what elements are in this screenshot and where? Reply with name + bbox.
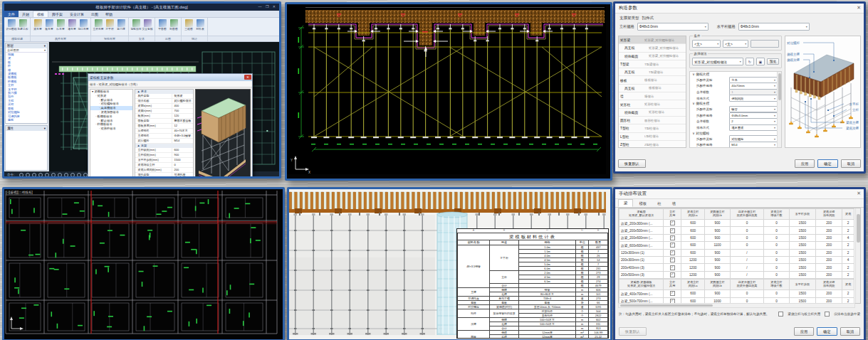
- snap-toggle-icon[interactable]: [45, 173, 49, 177]
- snap-toggle-icon[interactable]: [38, 173, 43, 177]
- ribbon-button[interactable]: 安全复核: [142, 18, 153, 35]
- condition-combo-2[interactable]: <无>▾: [723, 40, 748, 48]
- method-list-item[interactable]: Z型柱Z型柱做法: [619, 141, 686, 148]
- category-tab[interactable]: 楼板: [634, 201, 652, 207]
- table-row[interactable]: 边梁_200x600mm (...✓6009000015002004: [619, 234, 854, 241]
- panel-cad-plan[interactable]: [-][俯视][二维线框]: [2, 187, 285, 340]
- property-row[interactable]: 做法名称对拉螺栓做法: [135, 99, 193, 104]
- method-list-item[interactable]: 墙墙做法: [619, 92, 686, 100]
- property-row[interactable]: 主楞规格Φ48×3.0钢管: [135, 134, 193, 139]
- restore-defaults-button[interactable]: 恢复默认: [618, 159, 646, 168]
- ribbon-tab[interactable]: 出图: [88, 11, 102, 17]
- table-row[interactable]: 200x500mm (3)✓1200900/015002002: [619, 271, 854, 278]
- property-row[interactable]: 次楞规格40×70木方: [135, 129, 193, 134]
- ribbon-tab[interactable]: 开始: [19, 11, 33, 17]
- param-value-combo[interactable]: 强制间距▾: [729, 95, 778, 101]
- table-cell[interactable]: ✓: [664, 242, 681, 249]
- ribbon-button[interactable]: 洞口布置: [78, 18, 89, 35]
- cad-canvas[interactable]: 梁模板支架参数 ✕ 做法：矩形梁_对拉螺栓做法（当前） ▾ 梁模板做法· 矩形梁…: [49, 42, 279, 171]
- checkbox-checked[interactable]: ✓: [670, 243, 675, 248]
- param-value-combo[interactable]: M14▾: [729, 142, 778, 148]
- ribbon-button[interactable]: 梁布置: [32, 18, 43, 35]
- ribbon-button[interactable]: 平面图: [157, 18, 168, 35]
- ribbon-button[interactable]: 新建工程: [17, 18, 28, 35]
- method-combo[interactable]: 矩形梁_对拉螺栓做法▾: [692, 58, 743, 65]
- method-list-item[interactable]: 特殊截面矩形梁_对拉螺栓做法: [619, 53, 686, 60]
- method-list-item[interactable]: 矩形柱矩形柱做法: [619, 100, 686, 108]
- save-icon[interactable]: ▣: [756, 58, 765, 65]
- table-row[interactable]: 200x400mm (3)✓1200900/015002002: [619, 264, 854, 271]
- property-row[interactable]: 面板类型覆面木胶合板: [135, 119, 193, 124]
- table-row[interactable]: 200x300mm (1)✓1200900/015002004: [619, 256, 854, 263]
- table-row[interactable]: 边梁_200x300mm (...✓6009000015002002: [619, 220, 854, 227]
- table-row[interactable]: 边梁_400x700mm (...✓6009000015002002: [619, 290, 854, 297]
- ribbon-button[interactable]: 板布置: [43, 18, 55, 35]
- snap-toggle-icon[interactable]: [19, 173, 23, 177]
- category-tab[interactable]: 墙: [667, 201, 681, 207]
- checkbox-checked[interactable]: ✓: [670, 250, 675, 255]
- ribbon-button[interactable]: 智能排布: [130, 18, 142, 35]
- close-icon[interactable]: ✕: [857, 191, 861, 196]
- ribbon-button[interactable]: 剖面图: [168, 18, 179, 35]
- method-list-item[interactable]: T型柱T型柱做法: [619, 124, 686, 132]
- method-list-item[interactable]: 矩形梁矩形梁_对拉螺栓做法: [619, 36, 686, 44]
- method-list-item[interactable]: 高支模矩形梁_对拉螺栓做法: [619, 44, 686, 52]
- dialog-titlebar[interactable]: 构造参数 ✕: [615, 4, 864, 14]
- pole-spec-combo[interactable]: Φ48x3.0mm▾: [637, 23, 708, 31]
- plan-drawing[interactable]: [4, 189, 278, 335]
- table-cell[interactable]: ✓: [664, 220, 681, 227]
- property-row[interactable]: 梁宽b(mm)400: [135, 104, 193, 109]
- table-cell[interactable]: ✓: [664, 227, 681, 234]
- restore-defaults-button[interactable]: 恢复默认: [619, 327, 647, 336]
- snap-toggle-icon[interactable]: [58, 173, 62, 177]
- dialog-button[interactable]: 确定: [817, 327, 837, 336]
- viewport-label[interactable]: [-][俯视][二维线框]: [6, 191, 33, 194]
- property-row[interactable]: 梁底增设立杆0: [135, 163, 193, 168]
- panel-3d-material[interactable]: ABCDE梁模板材料统计表材料名称用途规格单位数量48×3.5钢管水平杆1.0m…: [287, 187, 612, 340]
- checkbox-checked[interactable]: ✓: [670, 228, 675, 233]
- param-value-combo[interactable]: 满足需求▾: [729, 124, 778, 131]
- preview-button[interactable]: 预览: [767, 58, 779, 65]
- snap-toggle-icon[interactable]: [32, 173, 36, 177]
- scrollbar-vertical[interactable]: [777, 72, 781, 147]
- property-row[interactable]: 扫地杆高度(mm)200: [135, 178, 193, 179]
- param-value-combo[interactable]: 钢管▾: [729, 106, 778, 112]
- property-row[interactable]: 板厚(mm)120: [135, 114, 193, 119]
- dialog-titlebar[interactable]: 梁模板支架参数 ✕: [88, 74, 252, 81]
- ribbon-button[interactable]: 三维图: [183, 18, 194, 35]
- checkbox-checked[interactable]: ✓: [670, 272, 675, 277]
- checkbox-checked[interactable]: ✓: [670, 257, 675, 262]
- window-titlebar[interactable]: 模板脚手架设计软件（高支模） - [高支模施工图.dwg] — ❐ ✕: [4, 4, 279, 11]
- table-row[interactable]: 120x300mm (1)✓600900/015002002: [619, 249, 854, 256]
- method-list-item[interactable]: 高支模T型梁做法: [619, 68, 686, 76]
- ribbon-button[interactable]: 立杆布置: [93, 18, 104, 35]
- method-list-item[interactable]: T型梁T型梁做法: [619, 60, 686, 68]
- dialog-button[interactable]: 确定: [817, 159, 837, 168]
- checkbox-selected-only[interactable]: [825, 312, 830, 317]
- ribbon-button[interactable]: 水平杆: [104, 18, 115, 35]
- snap-toggle-icon[interactable]: [51, 173, 56, 177]
- condition-value-input[interactable]: [751, 40, 779, 48]
- dialog-button[interactable]: 取消: [840, 327, 860, 336]
- ribbon-button[interactable]: 识别图纸: [6, 18, 17, 35]
- panel-cad-elevation[interactable]: YX: [285, 2, 612, 181]
- method-list-item[interactable]: 高支模楼板做法: [619, 85, 686, 92]
- ribbon-tab[interactable]: 模板: [33, 11, 48, 17]
- pin-icon[interactable]: ▾: [44, 44, 46, 48]
- ribbon-tab[interactable]: 文件: [4, 11, 19, 17]
- checkbox-checked[interactable]: ✓: [670, 235, 675, 240]
- dialog-button[interactable]: 取消: [841, 159, 861, 168]
- refresh-icon[interactable]: ↻: [746, 58, 754, 65]
- window-controls[interactable]: — ❐ ✕: [258, 4, 277, 9]
- command-prompt[interactable]: 命令:: [7, 173, 14, 176]
- snap-toggle-icon[interactable]: [64, 173, 68, 177]
- table-cell[interactable]: ✓: [664, 264, 681, 271]
- checkbox-share-poles[interactable]: [778, 312, 783, 317]
- scrollbar-vertical[interactable]: [855, 208, 860, 303]
- property-row[interactable]: 梁高h(mm)700: [135, 109, 193, 114]
- ribbon-tab[interactable]: 帮助: [102, 11, 116, 17]
- table-cell[interactable]: ✓: [664, 256, 681, 263]
- property-row[interactable]: 对拉螺栓M14: [135, 139, 193, 144]
- method-list-item[interactable]: 特殊截面矩形柱做法: [619, 109, 686, 117]
- table-cell[interactable]: ✓: [664, 249, 681, 256]
